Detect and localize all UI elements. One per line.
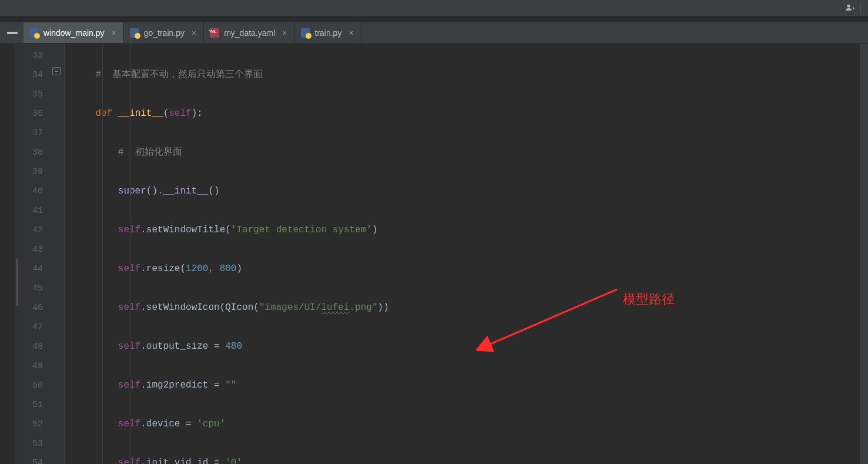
line-number: 50: [15, 376, 43, 395]
line-number: 46: [15, 298, 43, 318]
left-scroll-marker: [16, 259, 18, 306]
user-menu-icon[interactable]: [846, 2, 861, 14]
line-number: 52: [15, 415, 43, 434]
line-number: 33: [15, 46, 43, 65]
close-icon[interactable]: ×: [112, 28, 116, 38]
line-number: 35: [15, 85, 43, 104]
line-number: 48: [15, 337, 43, 356]
line-number: 43: [15, 240, 43, 259]
line-number: 41: [15, 201, 43, 221]
fold-gutter: —: [50, 44, 65, 464]
editor-area[interactable]: 3334353637383940414243444546474849505152…: [0, 44, 868, 464]
line-number: 40: [15, 182, 43, 201]
tab-window-main[interactable]: window_main.py ×: [24, 22, 124, 43]
code-line: self.img2predict = "": [73, 376, 860, 395]
editor-tabs: window_main.py × go_train.py × my_data.y…: [0, 22, 868, 44]
line-number: 39: [15, 162, 43, 182]
line-number: 54: [15, 453, 43, 464]
left-pad: [0, 44, 15, 464]
code-content[interactable]: # 基本配置不动，然后只动第三个界面 def __init__(self): #…: [65, 44, 860, 464]
python-file-icon: [301, 28, 310, 38]
tab-go-train[interactable]: go_train.py ×: [124, 22, 204, 43]
code-line: # 基本配置不动，然后只动第三个界面: [73, 65, 860, 85]
line-number: 49: [15, 356, 43, 376]
code-line: self.setWindowTitle('Target detection sy…: [73, 221, 860, 240]
code-line: # 初始化界面: [73, 143, 860, 162]
annotation-label: 模型路径: [623, 289, 675, 309]
line-number: 37: [15, 123, 43, 143]
line-number: 47: [15, 318, 43, 337]
tab-label: my_data.yaml: [224, 28, 275, 38]
line-number: 42: [15, 221, 43, 240]
fold-icon[interactable]: —: [52, 67, 61, 75]
collapse-icon[interactable]: [7, 32, 18, 34]
line-number: 44: [15, 259, 43, 279]
code-line: def __init__(self):: [73, 104, 860, 123]
code-line: self.init_vid_id = '0': [73, 453, 860, 464]
yaml-file-icon: [210, 28, 219, 38]
right-scrollbar[interactable]: [860, 44, 868, 464]
code-line: self.output_size = 480: [73, 337, 860, 356]
close-icon[interactable]: ×: [282, 28, 287, 38]
tab-my-data[interactable]: my_data.yaml ×: [204, 22, 294, 43]
python-file-icon: [29, 28, 39, 38]
code-line: self.device = 'cpu': [73, 415, 860, 434]
top-toolbar: [0, 0, 868, 16]
close-icon[interactable]: ×: [192, 28, 196, 38]
line-number: 38: [15, 143, 43, 162]
line-number: 53: [15, 434, 43, 453]
line-number-gutter: 3334353637383940414243444546474849505152…: [15, 44, 50, 464]
python-file-icon: [130, 28, 139, 38]
code-line: self.setWindowIcon(QIcon("images/UI/lufe…: [73, 298, 860, 318]
code-line: self.resize(1200, 800): [73, 259, 860, 279]
close-icon[interactable]: ×: [348, 28, 353, 38]
line-number: 51: [15, 395, 43, 415]
tab-label: train.py: [315, 28, 342, 38]
tab-label: window_main.py: [43, 28, 105, 38]
line-number: 45: [15, 279, 43, 298]
tab-label: go_train.py: [144, 28, 185, 38]
line-number: 34: [15, 65, 43, 85]
code-line: super().__init__(): [73, 182, 860, 201]
tab-train[interactable]: train.py ×: [295, 22, 361, 43]
line-number: 36: [15, 104, 43, 123]
